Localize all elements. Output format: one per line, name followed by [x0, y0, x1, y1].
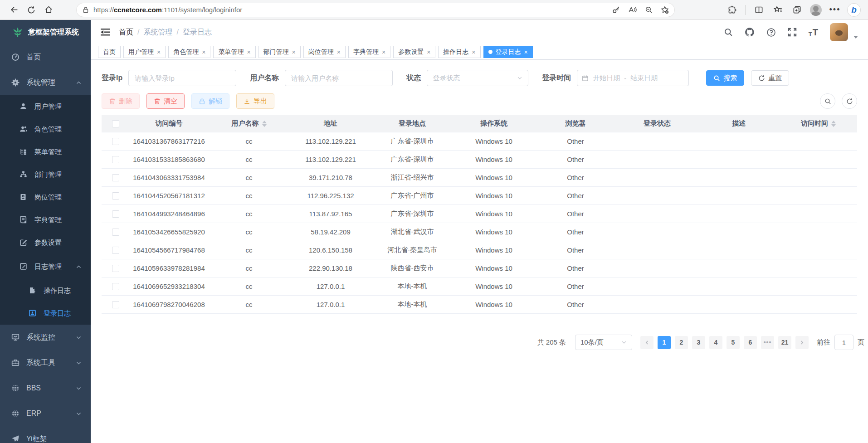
select-all-checkbox[interactable] — [112, 120, 119, 127]
prev-page-button[interactable] — [640, 336, 653, 349]
row-checkbox[interactable] — [112, 156, 119, 163]
close-icon[interactable]: × — [427, 49, 430, 55]
export-button[interactable]: 导出 — [236, 93, 274, 109]
address-bar[interactable]: https://ccnetcore.com:1101/system/log/lo… — [76, 3, 675, 17]
reset-button[interactable]: 重置 — [751, 70, 789, 86]
delete-button[interactable]: 删除 — [102, 93, 140, 109]
sidebar-item-system[interactable]: 系统管理 — [0, 70, 91, 95]
lock-icon[interactable] — [83, 6, 89, 13]
close-icon[interactable]: × — [247, 49, 250, 55]
url-text[interactable]: https://ccnetcore.com:1101/system/log/lo… — [93, 6, 609, 14]
tab-home[interactable]: 首页 — [98, 46, 121, 58]
refresh-icon[interactable] — [23, 2, 40, 18]
github-icon[interactable] — [745, 27, 755, 37]
page-button-6[interactable]: 6 — [744, 336, 757, 349]
extensions-icon[interactable] — [723, 2, 741, 18]
next-page-button[interactable] — [795, 336, 809, 349]
table-row[interactable]: 1641044520567181312 cc 112.96.225.132 广东… — [102, 187, 857, 205]
table-row[interactable]: 1641053426655825920 cc 58.19.42.209 湖北省-… — [102, 223, 857, 241]
profile-icon[interactable] — [807, 2, 824, 18]
sidebar-item-operation-log[interactable]: 操作日志 — [0, 279, 91, 302]
search-button[interactable]: 搜索 — [706, 70, 744, 86]
tab-menus[interactable]: 菜单管理× — [213, 46, 255, 58]
sidebar-item-departments[interactable]: 部门管理 — [0, 163, 91, 186]
column-status[interactable]: 登录状态 — [616, 119, 698, 128]
close-icon[interactable]: × — [202, 49, 205, 55]
row-checkbox[interactable] — [112, 283, 119, 290]
page-button-2[interactable]: 2 — [675, 336, 688, 349]
tab-dictionary[interactable]: 字典管理× — [348, 46, 390, 58]
sidebar-item-users[interactable]: 用户管理 — [0, 95, 91, 118]
more-icon[interactable]: ••• — [826, 2, 844, 18]
goto-page-input[interactable] — [834, 335, 853, 350]
caret-down-icon[interactable] — [853, 36, 858, 39]
tab-departments[interactable]: 部门管理× — [258, 46, 301, 58]
column-browser[interactable]: 浏览器 — [535, 119, 616, 128]
unlock-button[interactable]: 解锁 — [191, 93, 229, 109]
sidebar-item-dictionary[interactable]: 字典管理 — [0, 209, 91, 231]
table-row[interactable]: 1641069652933218304 cc 127.0.0.1 本地-本机 W… — [102, 277, 857, 296]
table-row[interactable]: 1641069798270046208 cc 127.0.0.1 本地-本机 W… — [102, 296, 857, 314]
column-user-name[interactable]: 用户名称 — [208, 119, 290, 128]
table-row[interactable]: 1641031533185863680 cc 113.102.129.221 广… — [102, 151, 857, 169]
tab-roles[interactable]: 角色管理× — [168, 46, 210, 58]
user-avatar[interactable] — [830, 23, 848, 41]
refresh-table-button[interactable] — [842, 93, 857, 109]
page-button-last[interactable]: 21 — [778, 336, 791, 349]
close-icon[interactable]: × — [157, 49, 161, 55]
home-icon[interactable] — [40, 2, 57, 18]
sidebar-item-logs[interactable]: 日志管理 — [0, 254, 91, 279]
sidebar-item-posts[interactable]: 岗位管理 — [0, 186, 91, 209]
page-size-select[interactable]: 10条/页 — [575, 335, 632, 350]
page-button-1[interactable]: 1 — [658, 336, 671, 349]
read-aloud-icon[interactable] — [625, 4, 639, 16]
column-visit-id[interactable]: 访问编号 — [130, 119, 208, 128]
favorites-icon[interactable] — [769, 2, 786, 18]
show-search-toggle-button[interactable] — [820, 93, 835, 109]
help-icon[interactable] — [766, 28, 776, 37]
column-location[interactable]: 登录地点 — [371, 119, 453, 128]
sidebar-item-login-log[interactable]: 登录日志 — [0, 302, 91, 325]
tab-login-log[interactable]: 登录日志× — [483, 46, 533, 58]
date-range-picker[interactable]: 开始日期 - 结束日期 — [577, 70, 689, 86]
back-icon[interactable] — [5, 2, 23, 18]
sidebar-item-roles[interactable]: 角色管理 — [0, 118, 91, 141]
column-visit-time[interactable]: 访问时间 — [780, 119, 857, 128]
login-ip-input[interactable] — [128, 70, 236, 86]
user-name-input[interactable] — [285, 70, 393, 86]
breadcrumb-home[interactable]: 首页 — [119, 28, 133, 37]
row-checkbox[interactable] — [112, 210, 119, 218]
sidebar-item-menus[interactable]: 菜单管理 — [0, 141, 91, 163]
close-icon[interactable]: × — [382, 49, 385, 55]
sidebar-item-tools[interactable]: 系统工具 — [0, 350, 91, 375]
end-date-placeholder[interactable]: 结束日期 — [630, 74, 658, 83]
sidebar-item-monitor[interactable]: 系统监控 — [0, 325, 91, 350]
add-favorite-icon[interactable] — [658, 4, 672, 16]
row-checkbox[interactable] — [112, 301, 119, 308]
table-row[interactable]: 1641044993248464896 cc 113.87.92.165 广东省… — [102, 205, 857, 223]
row-checkbox[interactable] — [112, 247, 119, 254]
status-select[interactable]: 登录状态 — [427, 70, 528, 86]
column-address[interactable]: 地址 — [290, 119, 371, 128]
text-size-icon[interactable]: TT — [809, 27, 818, 38]
zoom-out-icon[interactable] — [641, 4, 656, 16]
close-icon[interactable]: × — [292, 49, 296, 55]
page-button-5[interactable]: 5 — [727, 336, 740, 349]
sort-icon[interactable] — [262, 121, 267, 127]
close-icon[interactable]: × — [337, 49, 341, 55]
row-checkbox[interactable] — [112, 229, 119, 236]
table-row[interactable]: 1641059633978281984 cc 222.90.130.18 陕西省… — [102, 259, 857, 277]
column-os[interactable]: 操作系统 — [453, 119, 535, 128]
clear-button[interactable]: 清空 — [146, 93, 185, 109]
page-button-4[interactable]: 4 — [709, 336, 722, 349]
table-row[interactable]: 1641031367863177216 cc 113.102.129.221 广… — [102, 132, 857, 151]
fullscreen-icon[interactable] — [788, 28, 797, 37]
page-button-3[interactable]: 3 — [692, 336, 705, 349]
sidebar-item-yi-framework[interactable]: Yi框架 — [0, 426, 91, 443]
search-icon[interactable] — [724, 28, 733, 37]
split-screen-icon[interactable] — [750, 2, 767, 18]
sidebar-item-home[interactable]: 首页 — [0, 44, 91, 70]
table-row[interactable]: 1641043063331753984 cc 39.171.210.78 浙江省… — [102, 169, 857, 187]
row-checkbox[interactable] — [112, 192, 119, 200]
tab-parameters[interactable]: 参数设置× — [393, 46, 435, 58]
